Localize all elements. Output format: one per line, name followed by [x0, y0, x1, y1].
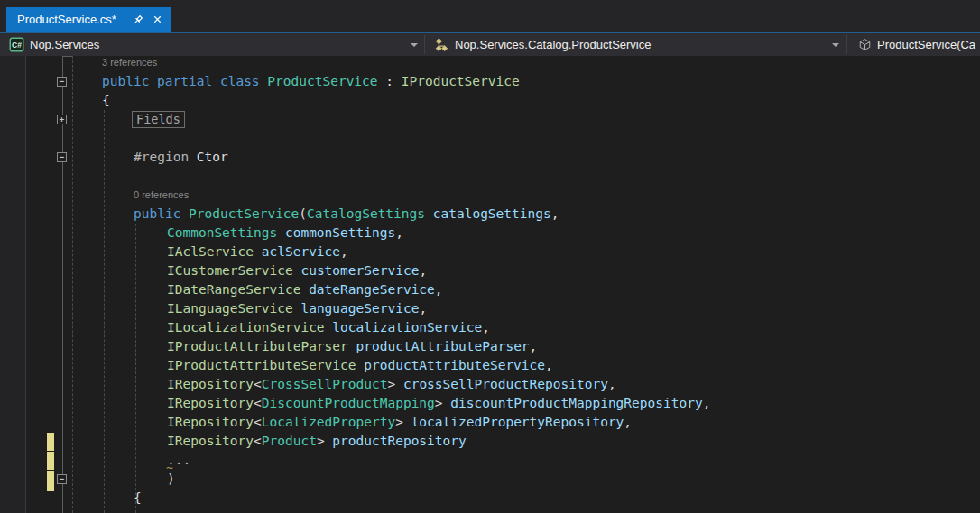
code-line[interactable]: public ProductService(CatalogSettings ca… — [134, 205, 559, 224]
code-line[interactable]: Fields — [132, 110, 185, 129]
code-line[interactable]: IAclService aclService, — [167, 243, 348, 261]
code-token: ) — [167, 472, 175, 486]
code-line[interactable]: { — [102, 91, 110, 110]
code-token: commonSettings — [285, 225, 395, 240]
collapse-toggle[interactable]: − — [57, 77, 67, 87]
code-line[interactable]: IRepository<LocalizedProperty> localized… — [167, 413, 632, 432]
code-token: CatalogSettings — [307, 206, 425, 221]
code-token: catalogSettings — [433, 206, 551, 221]
code-line[interactable]: ) — [167, 470, 175, 489]
code-token: , — [435, 282, 443, 297]
code-line[interactable]: IRepository<DiscountProductMapping> disc… — [167, 394, 710, 413]
code-line[interactable]: { — [134, 489, 142, 508]
code-token: IProductService — [402, 74, 520, 88]
code-token: LocalizedProperty — [262, 415, 395, 429]
code-line[interactable]: #region Ctor — [134, 148, 228, 167]
code-token: dateRangeService — [309, 282, 435, 297]
code-token: Ctor — [197, 150, 228, 164]
code-token: IRepository — [167, 396, 254, 410]
code-line[interactable]: ICustomerService customerService, — [167, 261, 427, 280]
code-line[interactable]: public partial class ProductService : IP… — [102, 72, 520, 91]
navigation-bar: C# Nop.Services Nop.Services.Catalog.Pro… — [0, 33, 980, 56]
code-token: IProductAttributeService — [167, 358, 356, 372]
code-token: CommonSettings — [167, 225, 277, 240]
code-line[interactable]: ILocalizationService localizationService… — [167, 318, 490, 337]
project-dropdown-label: Nop.Services — [30, 38, 99, 51]
change-indicator — [47, 433, 54, 451]
collapse-toggle[interactable]: − — [57, 474, 67, 484]
code-token: IRepository — [167, 415, 254, 429]
code-token: IDateRangeService — [167, 282, 300, 297]
collapse-toggle[interactable]: − — [57, 152, 67, 162]
indent-guide — [72, 56, 73, 513]
codelens-references[interactable]: 3 references — [102, 56, 157, 72]
code-token: DiscountProductMapping — [262, 396, 435, 410]
collapsed-region[interactable]: Fields — [132, 111, 185, 128]
code-token — [356, 358, 365, 372]
code-token: , — [530, 339, 538, 353]
type-dropdown[interactable]: Nop.Services.Catalog.ProductService — [425, 33, 846, 56]
code-token: > — [317, 434, 332, 448]
code-token: , — [419, 301, 427, 316]
csharp-project-icon: C# — [9, 37, 24, 52]
code-token: productRepository — [332, 434, 466, 448]
code-token: < — [254, 434, 262, 448]
code-token: localizedPropertyRepository — [411, 415, 624, 429]
member-dropdown[interactable]: ProductService(Ca — [847, 33, 980, 56]
expand-toggle[interactable]: + — [57, 115, 67, 124]
codelens-references[interactable]: 0 references — [134, 186, 189, 205]
code-token: IRepository — [167, 377, 254, 391]
code-token: customerService — [300, 263, 419, 278]
code-editor[interactable]: 3 references−public partial class Produc… — [0, 56, 980, 513]
code-token: , — [608, 377, 616, 391]
code-line[interactable]: IProductAttributeParser productAttribute… — [167, 337, 537, 356]
pin-icon[interactable] — [132, 14, 144, 26]
code-line[interactable]: CommonSettings commonSettings, — [167, 224, 403, 243]
code-token: #region — [134, 150, 197, 164]
tab-productservice[interactable]: ProductService.cs* — [6, 7, 171, 32]
type-dropdown-label: Nop.Services.Catalog.ProductService — [455, 38, 652, 51]
class-icon — [434, 37, 449, 52]
code-token: Product — [262, 434, 317, 448]
code-token: < — [254, 396, 262, 410]
code-token: aclService — [262, 244, 340, 259]
code-token: { — [134, 490, 142, 505]
code-token: , — [703, 396, 711, 410]
code-line[interactable]: IProductAttributeService productAttribut… — [167, 356, 553, 375]
tab-title: ProductService.cs* — [17, 13, 125, 26]
code-token: IAclService — [167, 244, 254, 259]
code-token: : — [378, 74, 402, 88]
code-token: discountProductMappingRepository — [450, 396, 702, 410]
indent-guide — [104, 110, 105, 513]
code-line[interactable]: IDateRangeService dateRangeService, — [167, 280, 443, 299]
code-token: CrossSellProduct — [262, 377, 388, 391]
code-token: ( — [299, 206, 307, 221]
change-indicator — [47, 471, 54, 491]
code-token: , — [419, 263, 427, 278]
indent-guide — [135, 224, 136, 513]
change-indicator — [47, 452, 54, 470]
code-token: , — [340, 244, 348, 259]
chevron-down-icon — [832, 43, 839, 47]
code-token: > — [435, 396, 450, 410]
code-token: , — [395, 225, 403, 240]
code-token: > — [395, 415, 411, 429]
tab-bar: ProductService.cs* — [0, 0, 980, 32]
close-icon[interactable] — [152, 14, 163, 25]
code-line[interactable]: ...~ — [167, 451, 190, 470]
svg-text:C#: C# — [12, 41, 22, 50]
member-icon — [858, 38, 872, 51]
code-token: public — [134, 206, 189, 221]
code-line[interactable]: IRepository<Product> productRepository — [167, 432, 467, 451]
code-line[interactable]: IRepository<CrossSellProduct> crossSellP… — [167, 375, 616, 394]
project-dropdown[interactable]: C# Nop.Services — [0, 33, 424, 56]
code-token: ICustomerService — [167, 263, 293, 278]
code-token: crossSellProductRepository — [403, 377, 608, 391]
code-token — [254, 244, 262, 259]
code-token — [348, 339, 356, 353]
code-token: IProductAttributeParser — [167, 339, 348, 353]
member-dropdown-label: ProductService(Ca — [877, 38, 975, 51]
code-line[interactable]: ILanguageService languageService, — [167, 299, 427, 318]
code-token: , — [624, 415, 632, 429]
code-token: > — [387, 377, 402, 391]
